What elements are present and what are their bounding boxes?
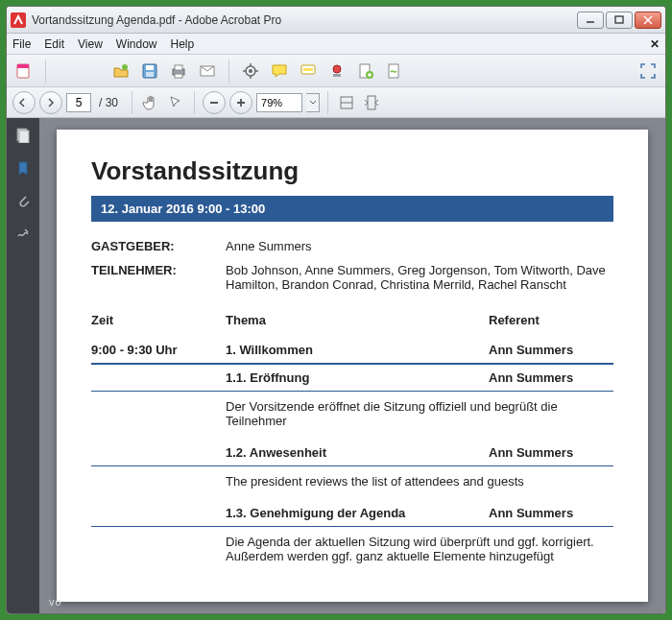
agenda-row: 1.3. Genehmigung der Agenda Ann Summers (91, 500, 613, 527)
svg-rect-10 (146, 72, 154, 77)
svg-point-16 (249, 69, 252, 73)
insert-page-icon[interactable] (354, 60, 377, 83)
svg-point-7 (122, 64, 128, 70)
toolbar-separator (228, 60, 229, 83)
zoom-input[interactable] (256, 93, 302, 112)
page-total-label: / 30 (99, 96, 118, 109)
host-value: Anne Summers (226, 239, 613, 253)
col-header-referent: Referent (489, 313, 613, 327)
fullscreen-icon[interactable] (636, 60, 660, 83)
toolbar (7, 55, 665, 87)
pdf-page: Vorstandssitzung 12. Januar 2016 9:00 - … (57, 130, 648, 602)
select-tool-icon[interactable] (165, 92, 186, 113)
menu-file[interactable]: File (12, 37, 31, 51)
host-label: GASTGEBER: (91, 239, 226, 253)
fit-page-icon[interactable] (361, 92, 382, 113)
svg-rect-24 (333, 74, 341, 77)
settings-icon[interactable] (239, 60, 262, 83)
navbar: / 30 (7, 87, 665, 118)
bookmarks-icon[interactable] (13, 158, 33, 178)
app-icon (11, 12, 26, 28)
next-page-button[interactable] (39, 91, 62, 114)
agenda-topic: 1. Willkommen (226, 343, 489, 357)
agenda-referent: Ann Summers (489, 343, 613, 357)
sidepanel (7, 118, 39, 613)
menu-window[interactable]: Window (116, 37, 157, 51)
agenda-row: 1.1. Eröffnung Ann Summers (91, 365, 613, 392)
close-doc-button[interactable]: ✕ (650, 37, 660, 51)
col-header-time: Zeit (91, 313, 226, 327)
zoom-out-button[interactable] (203, 91, 226, 114)
highlight-icon[interactable] (297, 60, 320, 83)
nav-separator (132, 91, 132, 114)
agenda-topic: 1.1. Eröffnung (226, 370, 489, 385)
attendees-value: Bob Johnson, Anne Summers, Greg Jorgenso… (226, 263, 613, 292)
doc-date-bar: 12. Januar 2016 9:00 - 13:00 (91, 196, 613, 222)
agenda-referent: Ann Summers (489, 445, 613, 460)
workspace: Vorstandssitzung 12. Januar 2016 9:00 - … (7, 118, 665, 613)
agenda-description: Die Agenda der aktuellen Sitzung wird üb… (91, 527, 613, 575)
svg-point-23 (333, 65, 341, 73)
agenda-description: The president reviews the list of attend… (91, 466, 613, 500)
hand-tool-icon[interactable] (140, 92, 161, 113)
svg-rect-22 (303, 68, 313, 71)
titlebar: Vortandssitzung Agenda.pdf - Adobe Acrob… (7, 7, 665, 34)
zoom-dropdown[interactable] (306, 93, 320, 112)
minimize-button[interactable] (577, 12, 604, 29)
svg-rect-37 (19, 131, 29, 143)
agenda-topic: 1.3. Genehmigung der Agenda (226, 506, 489, 520)
signatures-icon[interactable] (13, 224, 33, 243)
attachments-icon[interactable] (13, 191, 33, 210)
page-number-input[interactable] (66, 93, 91, 112)
document-viewer[interactable]: Vorstandssitzung 12. Januar 2016 9:00 - … (39, 118, 665, 613)
col-header-topic: Thema (226, 313, 489, 327)
maximize-button[interactable] (606, 12, 633, 29)
window-title: Vortandssitzung Agenda.pdf - Adobe Acrob… (32, 13, 577, 27)
app-window: Vortandssitzung Agenda.pdf - Adobe Acrob… (6, 6, 666, 614)
menu-view[interactable]: View (78, 37, 103, 51)
menu-edit[interactable]: Edit (44, 37, 64, 51)
svg-rect-12 (175, 65, 182, 70)
agenda-time: 9:00 - 9:30 Uhr (91, 343, 226, 357)
create-pdf-icon[interactable] (12, 60, 36, 83)
fit-width-icon[interactable] (336, 92, 357, 113)
menu-help[interactable]: Help (171, 37, 195, 51)
agenda-row: 1.2. Anwesenheit Ann Summers (91, 440, 613, 466)
sign-icon[interactable] (383, 60, 406, 83)
svg-rect-13 (175, 74, 182, 78)
save-icon[interactable] (138, 60, 161, 83)
agenda-description: Der Vorsitzende eröffnet die Sitzung off… (91, 392, 613, 440)
svg-rect-9 (146, 65, 154, 70)
doc-title: Vorstandssitzung (91, 156, 613, 186)
svg-rect-6 (17, 64, 29, 68)
open-icon[interactable] (109, 60, 132, 83)
comment-icon[interactable] (268, 60, 291, 83)
watermark: vo (49, 596, 62, 608)
prev-page-button[interactable] (12, 91, 36, 114)
nav-separator (194, 91, 195, 114)
zoom-in-button[interactable] (229, 91, 252, 114)
agenda-referent: Ann Summers (489, 506, 613, 520)
close-button[interactable] (635, 12, 661, 29)
window-controls (577, 12, 661, 29)
menubar: File Edit View Window Help ✕ (7, 34, 665, 55)
svg-rect-2 (615, 16, 623, 23)
agenda-referent: Ann Summers (489, 370, 613, 385)
agenda-topic: 1.2. Anwesenheit (226, 445, 489, 460)
agenda-row: 9:00 - 9:30 Uhr 1. Willkommen Ann Summer… (91, 337, 613, 365)
print-icon[interactable] (167, 60, 190, 83)
toolbar-separator (45, 60, 46, 83)
svg-rect-35 (368, 96, 375, 109)
attendees-label: TEILNEHMER: (91, 263, 226, 292)
thumbnails-icon[interactable] (13, 126, 33, 145)
stamp-icon[interactable] (325, 60, 348, 83)
nav-separator (327, 91, 328, 114)
email-icon[interactable] (196, 60, 219, 83)
